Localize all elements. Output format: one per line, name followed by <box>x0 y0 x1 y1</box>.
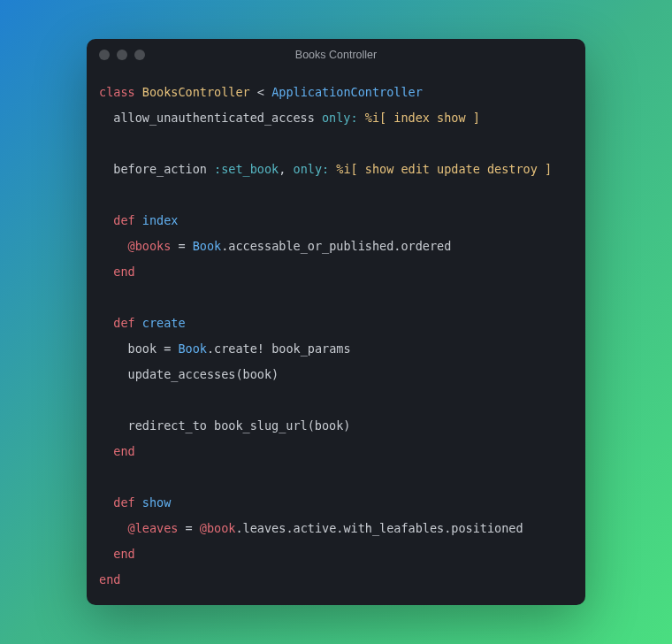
symbol-array-2: %i[ show edit update destroy ] <box>336 162 552 176</box>
symbol-array-1: %i[ index show ] <box>365 111 480 125</box>
close-icon[interactable] <box>99 50 110 60</box>
index-chain: .accessable_or_published.ordered <box>221 239 451 253</box>
keyword-def: def <box>113 316 134 330</box>
const-book-1: Book <box>193 239 222 253</box>
only-key: only: <box>322 111 358 125</box>
method-show: show <box>142 495 172 510</box>
allow-unauth-call: allow_unauthenticated_access <box>113 111 315 125</box>
method-create: create <box>142 316 186 330</box>
create-bang: .create! <box>207 341 264 356</box>
set-book-symbol: :set_book <box>214 162 279 176</box>
comma: , <box>279 162 286 176</box>
show-chain: .leaves.active.with_leafables.positioned <box>235 521 523 535</box>
assign-op: = <box>186 521 193 535</box>
lvar-book: book <box>128 341 157 356</box>
minimize-icon[interactable] <box>117 50 127 60</box>
ivar-leaves: @leaves <box>128 521 179 535</box>
class-name: BooksController <box>142 85 250 99</box>
keyword-end: end <box>113 547 134 561</box>
assign-op: = <box>178 239 185 253</box>
editor-window: Books Controller class BooksController <… <box>87 39 585 605</box>
redirect-call: redirect_to book_slug_url(book) <box>128 418 351 433</box>
keyword-def: def <box>113 213 134 227</box>
ivar-book: @book <box>200 521 236 535</box>
window-title: Books Controller <box>87 49 585 61</box>
assign-op: = <box>164 341 171 356</box>
only-key-2: only: <box>294 162 330 176</box>
keyword-end: end <box>113 444 134 458</box>
update-accesses-call: update_accesses(book) <box>128 367 279 381</box>
window-controls <box>99 50 145 60</box>
before-action-call: before_action <box>113 162 207 176</box>
inherit-op: < <box>257 85 264 99</box>
book-params: book_params <box>271 341 350 356</box>
code-editor[interactable]: class BooksController < ApplicationContr… <box>87 71 585 605</box>
method-index: index <box>142 213 179 227</box>
keyword-class: class <box>99 85 135 99</box>
keyword-end: end <box>113 264 134 279</box>
titlebar: Books Controller <box>87 39 585 71</box>
const-book-2: Book <box>178 341 207 356</box>
parent-class: ApplicationController <box>271 85 423 99</box>
maximize-icon[interactable] <box>134 50 145 60</box>
ivar-books: @books <box>128 239 172 253</box>
keyword-end: end <box>99 572 120 586</box>
keyword-def: def <box>113 495 134 510</box>
